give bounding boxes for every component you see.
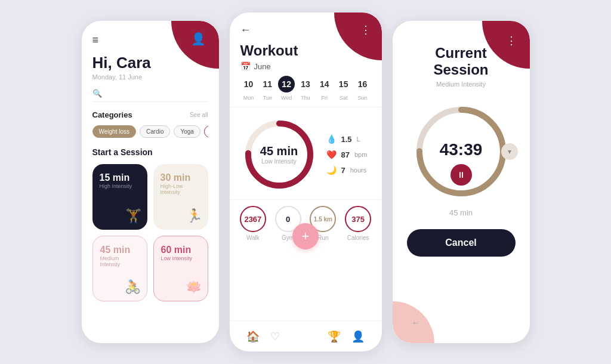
add-button[interactable]: + <box>292 223 319 249</box>
water-value: 1.5 <box>341 135 352 144</box>
sleep-value: 7 <box>341 166 345 175</box>
tag-weightloss[interactable]: Weight loss <box>92 125 137 138</box>
card-icon-lotus: 🪷 <box>186 279 202 295</box>
card-30min[interactable]: 30 min High-Low Intensity 🏃 <box>153 164 208 230</box>
phone-3: ⋮ Current Session Medium Intensity 43:39… <box>393 21 530 343</box>
session-title: Start a Session <box>92 147 208 157</box>
categories-row: Categories See all <box>92 110 208 119</box>
card-45min[interactable]: 45 min Medium Intensity 🚴 <box>92 236 147 301</box>
stat-calories-value: 375 <box>345 206 371 232</box>
heart-unit: bpm <box>354 151 367 158</box>
search-bar[interactable]: 🔍 <box>92 89 208 102</box>
card-duration: 15 min <box>100 172 130 183</box>
day-label: Thu <box>301 95 310 101</box>
day-col-14[interactable]: 14 Fri <box>316 76 333 101</box>
day-num: 13 <box>297 76 314 92</box>
card-60min[interactable]: 60 min Low Intensity 🪷 <box>153 236 208 301</box>
back-icon[interactable]: ← <box>240 24 251 36</box>
calendar-days: 10 Mon 11 Tue 12 Wed 13 Thu 14 Fri 15 Sa… <box>230 76 382 107</box>
progress-circle: 45 min Low Intensity <box>240 116 318 193</box>
sleep-icon: 🌙 <box>326 165 337 175</box>
nav-heart-icon[interactable]: ♡ <box>270 330 280 343</box>
search-icon: 🔍 <box>92 89 102 98</box>
stat-walk-value: 2367 <box>240 206 266 232</box>
card-intensity: High Intensity <box>100 183 132 189</box>
timer-container: 43:39 ⏸ ▾ <box>411 101 512 202</box>
day-label: Wed <box>281 95 292 101</box>
day-num: 14 <box>316 76 333 92</box>
card-15min[interactable]: 15 min High Intensity 🏋️ <box>92 164 147 230</box>
tag-run[interactable]: Runn <box>204 125 208 138</box>
day-col-12[interactable]: 12 Wed <box>278 76 295 101</box>
bottom-nav: 🏠 ♡ 🏆 👤 <box>230 320 382 351</box>
circle-intensity: Low Intensity <box>260 158 298 165</box>
water-icon: 💧 <box>326 134 337 144</box>
tag-cardio[interactable]: Cardio <box>140 125 170 138</box>
stat-run-label: Run <box>317 235 328 241</box>
stat-calories-label: Calories <box>347 235 369 241</box>
day-label: Sun <box>357 95 367 101</box>
day-num: 15 <box>335 76 352 92</box>
chevron-down-icon[interactable]: ▾ <box>501 143 518 160</box>
stats-row: 45 min Low Intensity 💧 1.5 L ❤️ 87 bpm 🌙 <box>230 107 382 199</box>
nav-profile-icon[interactable]: 👤 <box>351 330 365 343</box>
nav-trophy-icon[interactable]: 🏆 <box>328 330 341 343</box>
day-num: 16 <box>354 76 371 92</box>
card-duration: 30 min <box>161 172 191 183</box>
day-col-13[interactable]: 13 Thu <box>297 76 314 101</box>
timer-text: 43:39 <box>440 140 483 159</box>
day-col-16[interactable]: 16 Sun <box>354 76 371 101</box>
stat-walk-label: Walk <box>246 235 260 241</box>
nav-home-icon[interactable]: 🏠 <box>246 330 260 343</box>
card-intensity: Medium Intensity <box>100 255 140 267</box>
category-tags: Weight loss Cardio Yoga Runn <box>92 125 208 138</box>
card-icon-bike: 🚴 <box>125 279 141 295</box>
card-icon-run: 🏃 <box>186 208 202 224</box>
screens-container: 👤 ≡ Hi, Cara Monday, 11 June 🔍 Categorie… <box>82 13 530 351</box>
metric-sleep: 🌙 7 hours <box>326 165 371 175</box>
day-col-10[interactable]: 10 Mon <box>240 76 257 101</box>
cancel-button[interactable]: Cancel <box>407 229 516 257</box>
back-button[interactable]: ← <box>407 313 426 332</box>
metric-heart: ❤️ 87 bpm <box>326 150 371 159</box>
month-row: 📅 June <box>230 59 382 76</box>
card-icon-barbell: 🏋️ <box>125 208 141 224</box>
stat-walk: 2367 Walk <box>240 206 266 241</box>
pause-button[interactable]: ⏸ <box>450 164 472 186</box>
day-label: Tue <box>263 95 272 101</box>
session-subtitle: Medium Intensity <box>436 81 486 88</box>
stat-calories: 375 Calories <box>345 206 371 241</box>
card-intensity: Low Intensity <box>161 255 193 261</box>
day-num: 11 <box>259 76 276 92</box>
more-options-icon[interactable]: ⋮ <box>506 34 517 47</box>
timer-value: 43:39 <box>440 140 483 159</box>
sleep-unit: hours <box>350 166 367 174</box>
day-num-active: 12 <box>278 76 295 92</box>
day-col-15[interactable]: 15 Sat <box>335 76 352 101</box>
calendar-icon: 📅 <box>240 61 251 71</box>
phone-1: 👤 ≡ Hi, Cara Monday, 11 June 🔍 Categorie… <box>82 21 219 343</box>
session-cards: 15 min High Intensity 🏋️ 30 min High-Low… <box>82 164 219 312</box>
metric-water: 💧 1.5 L <box>326 134 371 144</box>
more-options-icon[interactable]: ⋮ <box>360 23 371 36</box>
day-col-11[interactable]: 11 Tue <box>259 76 276 101</box>
heart-value: 87 <box>341 150 350 159</box>
heart-icon: ❤️ <box>326 150 337 159</box>
categories-title: Categories <box>92 110 132 119</box>
circle-text: 45 min Low Intensity <box>260 144 298 165</box>
day-label: Sat <box>340 95 348 101</box>
phone-2: ← ⋮ Workout 📅 June 10 Mon 11 Tue 12 Wed … <box>230 13 382 351</box>
month-label: June <box>254 62 271 71</box>
metrics-list: 💧 1.5 L ❤️ 87 bpm 🌙 7 hours <box>326 134 371 175</box>
day-num: 10 <box>240 76 257 92</box>
day-label: Fri <box>322 95 328 101</box>
card-duration: 45 min <box>100 245 131 255</box>
tag-yoga[interactable]: Yoga <box>174 125 200 138</box>
day-label: Mon <box>243 95 254 101</box>
avatar-icon[interactable]: 👤 <box>191 32 206 46</box>
date-text: Monday, 11 June <box>92 73 208 81</box>
see-all-link[interactable]: See all <box>190 112 208 118</box>
card-duration: 60 min <box>161 245 192 255</box>
total-duration: 45 min <box>449 208 473 217</box>
circle-duration: 45 min <box>260 144 298 158</box>
